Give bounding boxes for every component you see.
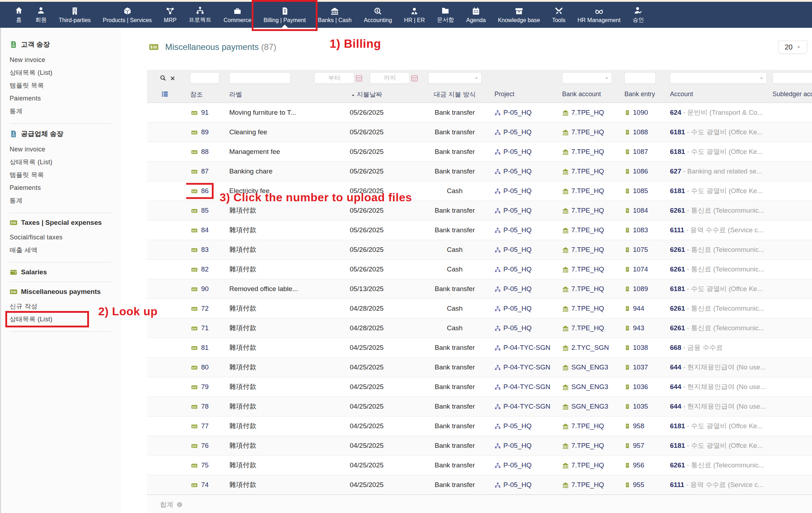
bank-account-link[interactable]: 7.TPE_HQ (571, 148, 604, 155)
table-row[interactable]: $75 雜項付款 04/25/2025 Bank transfer P-05_H… (147, 455, 812, 475)
bank-account-link[interactable]: 7.TPE_HQ (571, 109, 604, 116)
table-row[interactable]: $90 Removed office lable... 05/13/2025 B… (147, 279, 812, 299)
ref-link[interactable]: 85 (201, 207, 209, 214)
bank-entry-link[interactable]: 958 (633, 422, 644, 430)
project-link[interactable]: P-04-TYC-SGN (503, 363, 550, 371)
table-row[interactable]: $83 雜項付款 05/26/2025 Cash P-05_HQ 7.TPE_H… (147, 240, 812, 259)
filter-account-select[interactable] (670, 72, 767, 84)
sidebar-section-title[interactable]: $Taxes | Special expenses (10, 219, 121, 227)
col-header-payment-type[interactable]: 대금 지불 방식 (419, 86, 491, 103)
bank-entry-link[interactable]: 1087 (633, 148, 648, 155)
ref-link[interactable]: 84 (201, 226, 209, 234)
bank-account-link[interactable]: 7.TPE_HQ (571, 265, 604, 273)
filter-bank-account-select[interactable] (562, 72, 612, 84)
col-header-date[interactable]: 지불날짜 (314, 86, 419, 103)
bank-account-link[interactable]: 7.TPE_HQ (571, 422, 604, 430)
bank-entry-link[interactable]: 943 (633, 324, 644, 332)
col-header-bank-account[interactable]: Bank account (558, 86, 620, 103)
nav-item-13[interactable]: Knowledge base (492, 2, 546, 28)
bank-account-link[interactable]: SGN_ENG3 (571, 403, 608, 410)
page-size-select[interactable]: 20 (778, 41, 807, 54)
nav-item-0[interactable]: 홈 (9, 2, 29, 28)
bank-account-link[interactable]: 7.TPE_HQ (571, 187, 604, 195)
bank-account-link[interactable]: 7.TPE_HQ (571, 324, 604, 332)
nav-item-7[interactable]: Billing | Payment (257, 2, 312, 28)
table-row[interactable]: $76 雜項付款 04/25/2025 Bank transfer P-05_H… (147, 436, 812, 455)
sidebar-link[interactable]: New invoice (10, 53, 45, 66)
sidebar-link[interactable]: 상태목록 (List) (10, 66, 52, 79)
bank-account-link[interactable]: 7.TPE_HQ (571, 167, 604, 175)
sidebar-link[interactable]: New invoice (10, 143, 45, 156)
table-row[interactable]: $71 雜項付款 04/28/2025 Cash P-05_HQ 7.TPE_H… (147, 318, 812, 338)
sidebar-link[interactable]: Paiements (10, 181, 41, 194)
sidebar-link[interactable]: Paiements (10, 92, 41, 105)
project-link[interactable]: P-04-TYC-SGN (503, 344, 550, 351)
ref-link[interactable]: 76 (201, 442, 209, 449)
bank-account-link[interactable]: 7.TPE_HQ (571, 207, 604, 214)
col-header-subledger[interactable]: Subledger account (769, 86, 812, 103)
table-row[interactable]: $82 雜項付款 05/26/2025 Cash P-05_HQ 7.TPE_H… (147, 259, 812, 279)
sidebar-section-title[interactable]: Salaries (10, 268, 121, 276)
project-link[interactable]: P-05_HQ (503, 265, 531, 273)
sidebar-section-title[interactable]: $고객 송장 (10, 40, 121, 49)
bank-entry-link[interactable]: 957 (633, 442, 644, 449)
project-link[interactable]: P-05_HQ (503, 305, 531, 312)
table-row[interactable]: $79 雜項付款 04/25/2025 Bank transfer P-04-T… (147, 377, 812, 397)
nav-item-10[interactable]: HR | ER (398, 2, 431, 28)
sidebar-link[interactable]: Social/fiscal taxes (10, 231, 63, 244)
project-link[interactable]: P-05_HQ (503, 128, 531, 136)
table-row[interactable]: $74 雜項付款 04/25/2025 Bank transfer P-05_H… (147, 475, 812, 494)
table-row[interactable]: $81 雜項付款 04/25/2025 Bank transfer P-04-T… (147, 338, 812, 357)
bank-account-link[interactable]: 7.TPE_HQ (571, 246, 604, 253)
project-link[interactable]: P-05_HQ (503, 148, 531, 155)
bank-entry-link[interactable]: 1086 (633, 167, 648, 175)
col-header-ref[interactable]: 참조 (186, 86, 225, 103)
project-link[interactable]: P-05_HQ (503, 285, 531, 292)
bank-entry-link[interactable]: 1037 (633, 363, 648, 371)
bank-entry-link[interactable]: 1084 (633, 207, 648, 214)
select-columns-button[interactable] (161, 90, 171, 98)
nav-item-16[interactable]: 승인 (627, 2, 650, 28)
bank-account-link[interactable]: 7.TPE_HQ (571, 285, 604, 292)
nav-item-4[interactable]: MRP (158, 2, 183, 28)
bank-entry-link[interactable]: 956 (633, 461, 644, 469)
calendar-from-button[interactable] (356, 75, 365, 82)
ref-link[interactable]: 91 (201, 109, 209, 116)
table-row[interactable]: $77 雜項付款 04/25/2025 Bank transfer P-05_H… (147, 416, 812, 436)
nav-item-2[interactable]: Third-parties (53, 2, 97, 28)
table-row[interactable]: $89 Cleaning fee 05/26/2025 Bank transfe… (147, 122, 812, 142)
project-link[interactable]: P-05_HQ (503, 207, 531, 214)
ref-link[interactable]: 74 (201, 481, 209, 488)
project-link[interactable]: P-05_HQ (503, 422, 531, 430)
filter-date-from-input[interactable] (314, 72, 354, 84)
sidebar-link[interactable]: 통계 (10, 194, 23, 207)
bank-entry-link[interactable]: 1035 (633, 403, 648, 410)
bank-entry-link[interactable]: 1038 (633, 344, 648, 351)
bank-entry-link[interactable]: 1089 (633, 285, 648, 292)
bank-account-link[interactable]: SGN_ENG3 (571, 383, 608, 390)
filter-label-input[interactable] (229, 72, 290, 84)
filter-date-to-input[interactable] (370, 72, 410, 84)
nav-item-5[interactable]: 프로젝트 (183, 2, 218, 28)
project-link[interactable]: P-04-TYC-SGN (503, 403, 550, 410)
bank-entry-link[interactable]: 1075 (633, 246, 648, 253)
bank-entry-link[interactable]: 1088 (633, 128, 648, 136)
bank-account-link[interactable]: SGN_ENG3 (571, 363, 608, 371)
nav-item-14[interactable]: Tools (546, 2, 571, 28)
bank-account-link[interactable]: 2.TYC_SGN (571, 344, 609, 351)
table-row[interactable]: $84 雜項付款 05/26/2025 Bank transfer P-05_H… (147, 220, 812, 240)
nav-item-9[interactable]: Accounting (358, 2, 398, 28)
project-link[interactable]: P-05_HQ (503, 246, 531, 253)
table-row[interactable]: $86 Electricity fee 05/26/2025 Cash P-05… (147, 181, 812, 201)
filter-subledger-input[interactable] (772, 72, 812, 84)
table-row[interactable]: $87 Banking chare 05/26/2025 Bank transf… (147, 161, 812, 181)
sidebar-link[interactable]: 템플릿 목록 (10, 169, 44, 181)
col-header-bank-entry[interactable]: Bank entry (620, 86, 666, 103)
bank-account-link[interactable]: 7.TPE_HQ (571, 226, 604, 234)
ref-link[interactable]: 80 (201, 363, 209, 371)
project-link[interactable]: P-05_HQ (503, 109, 531, 116)
bank-account-link[interactable]: 7.TPE_HQ (571, 128, 604, 136)
ref-link[interactable]: 81 (201, 344, 209, 351)
project-link[interactable]: P-05_HQ (503, 167, 531, 175)
table-row[interactable]: $72 雜項付款 04/28/2025 Cash P-05_HQ 7.TPE_H… (147, 299, 812, 318)
